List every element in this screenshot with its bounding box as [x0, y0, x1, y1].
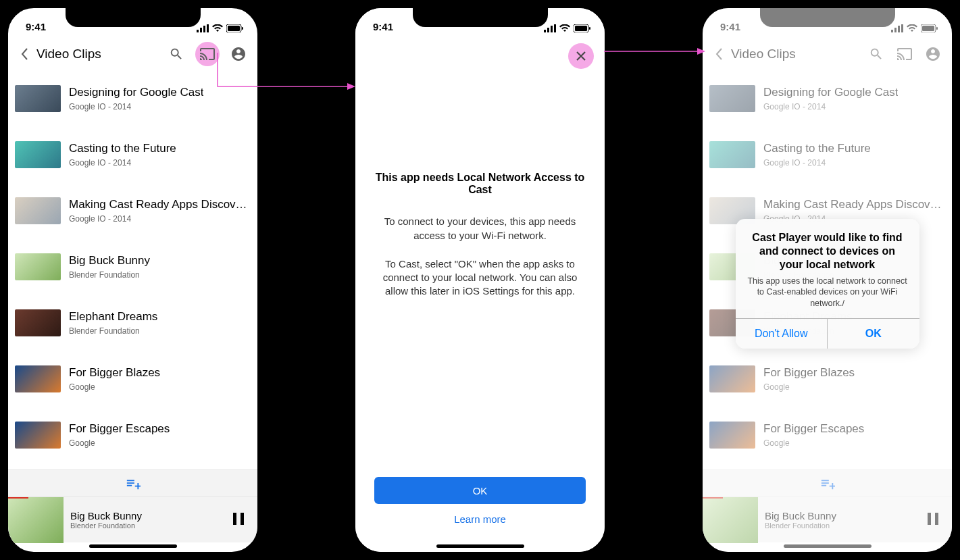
playlist-add-icon — [126, 476, 141, 491]
cast-button[interactable] — [895, 45, 914, 63]
status-indicators — [197, 24, 244, 32]
thumbnail — [15, 309, 61, 336]
list-item[interactable]: Casting to the FutureGoogle IO - 2014 — [703, 126, 952, 182]
svg-rect-13 — [551, 26, 553, 32]
item-subtitle: Google — [69, 438, 170, 448]
cast-icon — [199, 46, 216, 62]
list-item[interactable]: Big Buck BunnyBlender Foundation — [8, 238, 257, 295]
now-playing-thumb — [703, 497, 758, 543]
item-subtitle: Blender Foundation — [69, 270, 150, 280]
close-button[interactable] — [568, 43, 594, 69]
phone-screen-list: 9:41 Video Clips Designing for Google Ca… — [1, 1, 264, 559]
info-paragraph: To Cast, select "OK" when the app asks t… — [373, 257, 587, 299]
search-icon — [169, 47, 184, 61]
wifi-icon — [559, 24, 570, 32]
svg-rect-10 — [241, 513, 244, 525]
home-indicator — [784, 544, 871, 548]
phone-screen-info: 9:41 This app needs Local Network Access… — [349, 1, 611, 559]
page-title: Video Clips — [34, 47, 167, 61]
battery-icon — [226, 24, 244, 32]
svg-rect-2 — [197, 30, 199, 32]
item-subtitle: Google IO - 2014 — [69, 214, 251, 224]
svg-rect-14 — [554, 24, 556, 32]
status-indicators — [544, 24, 591, 32]
deny-button[interactable]: Don't Allow — [736, 319, 828, 349]
list-item[interactable]: For Bigger EscapesGoogle — [8, 407, 257, 463]
pause-button[interactable] — [926, 511, 944, 529]
dialog-title: Cast Player would like to find and conne… — [747, 231, 909, 272]
now-playing-thumb — [8, 497, 64, 543]
wifi-icon — [212, 24, 223, 32]
svg-rect-20 — [898, 26, 900, 32]
search-button[interactable] — [167, 45, 186, 63]
close-icon — [576, 51, 586, 61]
item-title: Designing for Google Cast — [763, 86, 898, 99]
list-item[interactable]: For Bigger EscapesGoogle — [703, 407, 952, 463]
item-title: Big Buck Bunny — [69, 254, 150, 268]
item-title: For Bigger Escapes — [763, 422, 864, 436]
now-playing-bar[interactable]: Big Buck BunnyBlender Foundation — [8, 497, 257, 542]
info-headline: This app needs Local Network Access to C… — [373, 172, 587, 196]
item-subtitle: Google IO - 2014 — [69, 158, 176, 168]
list-item[interactable]: Casting to the FutureGoogle IO - 2014 — [8, 126, 257, 182]
cellular-icon — [891, 24, 903, 32]
back-button[interactable] — [15, 47, 34, 61]
thumbnail — [709, 85, 755, 112]
clock-label: 9:41 — [369, 21, 393, 32]
list-item[interactable]: Designing for Google CastGoogle IO - 201… — [703, 70, 952, 126]
list-item[interactable]: Elephant DreamsBlender Foundation — [8, 295, 257, 351]
thumbnail — [15, 141, 61, 168]
item-title: For Bigger Blazes — [69, 366, 160, 380]
now-playing-title: Big Buck Bunny — [765, 510, 926, 521]
item-title: Casting to the Future — [69, 142, 176, 155]
now-playing-subtitle: Blender Foundation — [70, 521, 232, 530]
item-title: Making Cast Ready Apps Discoverable — [69, 198, 251, 211]
svg-rect-19 — [894, 28, 896, 32]
now-playing-title: Big Buck Bunny — [70, 510, 232, 521]
playlist-add-icon — [820, 476, 835, 491]
svg-rect-24 — [936, 27, 938, 30]
battery-icon — [574, 24, 591, 32]
pause-icon — [232, 511, 245, 526]
item-subtitle: Google IO - 2014 — [763, 102, 898, 111]
pause-icon — [926, 511, 940, 526]
notch — [413, 8, 548, 27]
account-button[interactable] — [924, 45, 942, 63]
home-indicator — [89, 544, 177, 548]
svg-rect-3 — [200, 28, 202, 32]
search-button[interactable] — [867, 45, 886, 63]
svg-rect-9 — [233, 513, 236, 525]
list-item[interactable]: Designing for Google CastGoogle IO - 201… — [8, 70, 257, 126]
item-title: For Bigger Blazes — [763, 366, 855, 380]
allow-button[interactable]: OK — [827, 319, 919, 349]
account-button[interactable] — [229, 45, 248, 63]
pause-button[interactable] — [232, 511, 249, 529]
back-button[interactable] — [709, 47, 728, 61]
svg-rect-23 — [922, 26, 934, 31]
add-to-queue-button[interactable] — [8, 469, 257, 497]
info-paragraph: To connect to your devices, this app nee… — [373, 215, 587, 243]
phone-screen-dialog: 9:41 Video Clips Designing for Google Ca… — [696, 1, 959, 559]
thumbnail — [15, 197, 61, 224]
account-icon — [230, 46, 247, 62]
list-item[interactable]: Making Cast Ready Apps DiscoverableGoogl… — [8, 182, 257, 238]
battery-icon — [921, 24, 938, 32]
item-title: Designing for Google Cast — [69, 86, 203, 99]
add-to-queue-button[interactable] — [703, 469, 952, 497]
account-icon — [925, 46, 941, 62]
status-indicators — [891, 24, 938, 32]
progress-indicator — [703, 497, 723, 499]
svg-rect-26 — [935, 513, 938, 525]
list-item[interactable]: For Bigger BlazesGoogle — [703, 351, 952, 407]
cellular-icon — [544, 24, 556, 32]
item-subtitle: Google — [69, 382, 160, 392]
app-bar: Video Clips — [703, 38, 952, 70]
svg-rect-18 — [891, 30, 893, 32]
item-subtitle: Blender Foundation — [69, 326, 157, 336]
ok-button[interactable]: OK — [374, 477, 586, 504]
list-item[interactable]: For Bigger BlazesGoogle — [8, 351, 257, 407]
item-subtitle: Google IO - 2014 — [763, 158, 871, 168]
now-playing-bar[interactable]: Big Buck BunnyBlender Foundation — [703, 497, 952, 542]
learn-more-link[interactable]: Learn more — [454, 513, 506, 525]
cast-button[interactable] — [195, 42, 220, 66]
